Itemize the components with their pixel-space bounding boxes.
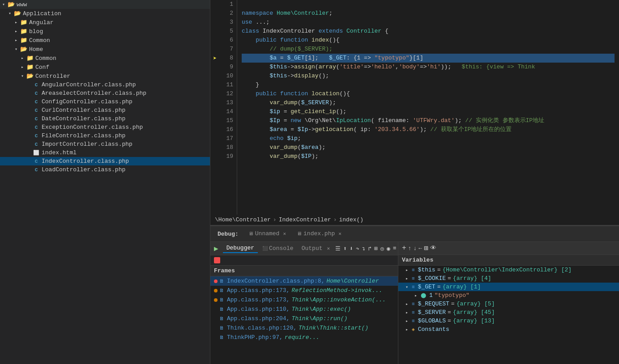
tree-arrow-home: ▾ [13,47,20,52]
var-val-v5: {array} [45] [453,309,495,316]
code-line-17: echo $ip; [242,134,615,143]
toolbar-btn-more3[interactable]: ◉ [387,245,390,252]
var-item-v3[interactable]: ▾ ≡ $_GET = {array} [1] [398,283,619,291]
breadcrumb-part-1: \Home\Controller [215,216,271,223]
line-num-16: 16 [223,125,233,134]
frame-item-f7[interactable]: 🗎ThinkPHP.php:97, require... [210,333,398,342]
var-name-v5: $_SERVER [418,309,446,316]
frame-item-f3[interactable]: 🗎App.class.php:173, Think\App::invokeAct… [210,295,398,305]
toolbar-btn-step-in[interactable]: ↴ [362,245,366,252]
add-watch-btn[interactable]: + [402,244,406,252]
tree-item-blog[interactable]: ▸📁blog [0,27,210,36]
frame-dot-orange-2 [214,298,218,302]
var-item-v5[interactable]: ▸ ≡ $_SERVER = {array} [45] [398,308,619,317]
debug-tab-unnamed[interactable]: 🖥 Unnamed ✕ [244,229,290,240]
toolbar-btn-more2[interactable]: ◎ [380,245,384,252]
tree-label-blog: blog [29,28,43,35]
php-icon-exceptioncontroller: C [32,125,40,130]
line-num-5: 5 [223,27,233,36]
toolbar-btn-more4[interactable]: ≡ [393,245,397,252]
scroll-up-btn[interactable]: ↑ [408,245,412,252]
tree-item-angular[interactable]: ▸📁Angular [0,18,210,27]
expand-btn[interactable]: ⊞ [424,244,428,253]
toolbar-btn-up[interactable]: ⬆ [343,245,347,252]
scroll-down-btn[interactable]: ↓ [413,245,417,252]
tree-arrow-conf: ▸ [19,64,26,70]
frame-dot-red-0 [214,279,218,283]
php-icon-configcontroller: C [32,99,40,105]
debug-tab-indexphp[interactable]: 🖥 index.php ✕ [292,229,346,240]
tree-arrow-controller: ▾ [19,73,26,79]
tree-item-importcontroller[interactable]: CImportController.class.php [0,140,210,148]
frame-item-f6[interactable]: 🗎Think.class.php:120, Think\Think::start… [210,323,398,333]
debug-toolbar: ▶ Debugger ⬛ Console Output ✕ ☰ ⬆ [210,242,398,255]
output-close[interactable]: ✕ [327,245,330,251]
toolbar-btn-step-over[interactable]: ↷ [356,245,359,252]
tree-item-curlcontroller[interactable]: CCurlController.class.php [0,106,210,114]
var-item-v3a[interactable]: ▸ ⬤ 1 "typotypo" [398,291,619,300]
tree-label-indexhtml: index.html [42,149,77,156]
tree-item-exceptioncontroller[interactable]: CExceptionController.class.php [0,123,210,131]
var-item-v2[interactable]: ▸ ≡ $_COOKIE = {array} [4] [398,274,619,283]
toolbar-btn-step-out[interactable]: ↱ [368,245,371,252]
frame-method-f3: Think\App::invokeAction(... [291,296,386,303]
var-val-v3a: "typotypo" [435,292,470,299]
tree-item-www[interactable]: ▾📂www [0,0,210,9]
code-line-13: var_dump($_SERVER); [242,98,615,107]
frames-header: Frames [210,266,398,276]
toolbar-btn-list[interactable]: ☰ [335,245,341,252]
tree-item-controller[interactable]: ▾📂Controller [0,72,210,80]
stop-button[interactable] [214,257,220,263]
frame-file-f6: Think.class.php:120, [227,325,297,331]
code-area[interactable]: namespace Home\Controller;use ...;class … [237,0,619,215]
var-val-v3: {array} [1] [442,284,481,290]
var-item-v7[interactable]: ▸ ◈ Constants [398,325,619,334]
tree-item-common2[interactable]: ▸📁Common [0,54,210,63]
var-name-v1: $this [418,267,435,273]
var-item-v4[interactable]: ▸ ≡ $_REQUEST = {array} [5] [398,300,619,308]
console-tab-btn[interactable]: ⬛ Console [259,244,297,253]
scroll-left-btn[interactable]: ← [418,245,422,252]
php-icon-loadcontroller: C [32,167,40,173]
frame-item-f1[interactable]: 🗎IndexController.class.php:8, Home\Contr… [210,276,398,286]
output-tab-btn[interactable]: Output [298,244,326,253]
tree-item-angularcontroller[interactable]: CAngularController.class.php [0,80,210,89]
debug-label: Debug: [214,229,242,239]
tree-label-curlcontroller: CurlController.class.php [42,107,125,114]
php-icon-areaselectcontroller: C [32,91,40,96]
tree-item-configcontroller[interactable]: CConfigController.class.php [0,97,210,106]
tree-item-loadcontroller[interactable]: CLoadController.class.php [0,165,210,174]
php-icon-importcontroller: C [32,142,40,147]
line-num-7: 7 [223,45,233,54]
frame-item-f2[interactable]: 🗎App.class.php:173, ReflectionMethod->in… [210,286,398,295]
code-line-19: var_dump($IP); [242,152,615,161]
play-button[interactable]: ▶ [214,244,218,253]
tree-item-home[interactable]: ▾📂Home [0,45,210,54]
tree-item-indexcontroller[interactable]: CIndexController.class.php [0,157,210,165]
frame-item-f4[interactable]: 🗎App.class.php:110, Think\App::exec() [210,305,398,314]
tree-item-filecontroller[interactable]: CFileController.class.php [0,131,210,140]
debugger-tab-btn[interactable]: Debugger [223,244,258,253]
toolbar-btn-down[interactable]: ⬇ [350,245,353,252]
tree-arrow-angular: ▸ [13,20,20,25]
code-line-15: $Ip = new \Org\Net\IpLocation( filename:… [242,116,615,125]
code-line-8: $a = $_GET[1]; $_GET: {1 => "typotypo"}[… [242,54,615,63]
var-name-v3: $_GET [418,284,435,290]
code-line-2: namespace Home\Controller; [242,9,615,18]
folder-icon-common1: 📁 [20,37,28,44]
tree-item-application[interactable]: ▾📂Application [0,9,210,18]
tree-item-indexhtml[interactable]: ⬜index.html [0,148,210,157]
frame-file-f2: App.class.php:173, [227,287,290,294]
line-num-6: 6 [223,36,233,45]
tree-item-datecontroller[interactable]: CDateController.class.php [0,114,210,123]
tree-arrow-common1: ▸ [13,38,20,43]
var-item-v1[interactable]: ▸ ≡ $this = {Home\Controller\IndexContro… [398,266,619,274]
frame-item-f5[interactable]: 🗎App.class.php:204, Think\App::run() [210,314,398,323]
tree-label-home: Home [29,46,43,53]
var-val-v4: {array} [5] [457,301,495,307]
var-item-v6[interactable]: ▸ ≡ $GLOBALS = {array} [13] [398,317,619,325]
tree-item-conf[interactable]: ▸📁Conf [0,63,210,72]
tree-item-areaselectcontroller[interactable]: CAreaselectController.class.php [0,89,210,97]
tree-item-common1[interactable]: ▸📁Common [0,36,210,45]
toolbar-btn-more1[interactable]: ⊞ [374,245,378,252]
